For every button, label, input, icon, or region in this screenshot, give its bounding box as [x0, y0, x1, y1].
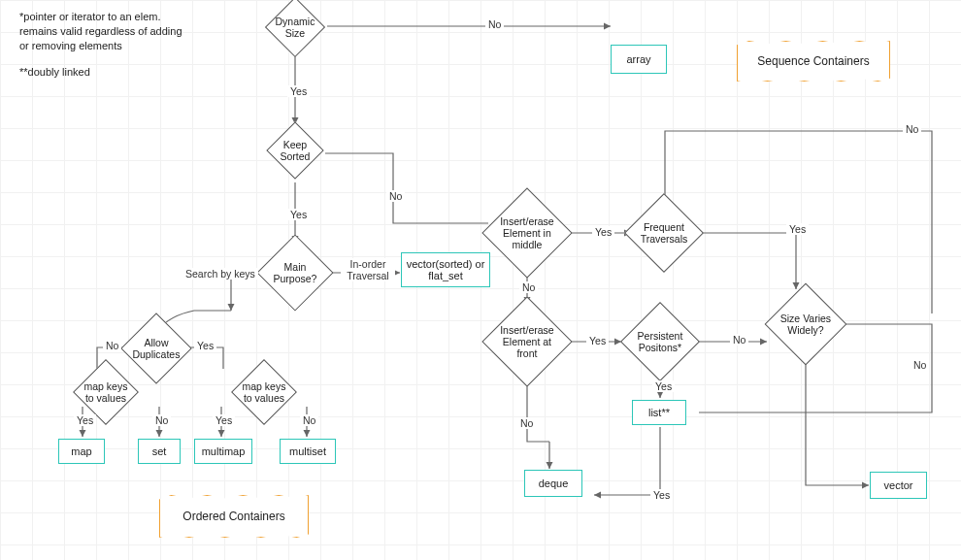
terminal-vector-sorted: vector(sorted) or flat_set [401, 252, 490, 287]
decision-label: Insert/erase Element in middle [496, 215, 558, 250]
footnote-doubly: **doubly linked [19, 65, 194, 80]
edge-label-yes: Yes [287, 209, 310, 220]
decision-map-kv-right: map keys to values [231, 359, 297, 425]
decision-dynamic-size: Dynamic Size [265, 0, 325, 57]
decision-persistent-positions: Persistent Positons* [620, 302, 700, 381]
edge-label-yes: Yes [652, 380, 675, 392]
terminal-vector: vector [870, 472, 927, 499]
banner-sequence: Sequence Containers [737, 41, 890, 82]
decision-label: Insert/erase Element at front [496, 324, 558, 359]
edge-label-no: No [300, 414, 318, 426]
edge-label-yes: Yes [592, 226, 614, 238]
terminal-map: map [58, 439, 105, 464]
decision-label: Dynamic Size [275, 16, 315, 39]
edge-label-inorder: In-order Traversal [341, 258, 395, 281]
edge-label-yes: Yes [213, 414, 235, 426]
footnotes: *pointer or iterator to an elem. remains… [19, 10, 194, 90]
edge-label-yes: Yes [650, 489, 673, 501]
decision-label: map keys to values [83, 380, 128, 404]
decision-main-purpose: Main Purpose? [256, 234, 333, 311]
decision-frequent-traversals: Frequent Traversals [624, 193, 704, 273]
terminal-label: multimap [202, 445, 246, 457]
terminal-label: set [152, 445, 167, 457]
decision-label: Allow Duplicates [132, 337, 181, 360]
footnote-pointer: *pointer or iterator to an elem. remains… [19, 10, 194, 53]
decision-label: map keys to values [242, 380, 286, 404]
banner-label: Sequence Containers [757, 54, 869, 68]
edge-label-no: No [103, 340, 121, 351]
edge-label-no: No [517, 417, 536, 429]
edge-label-yes: Yes [786, 223, 809, 235]
edge-label-no: No [903, 123, 921, 135]
edge-label-no: No [519, 281, 538, 293]
decision-label: Frequent Traversals [637, 221, 691, 245]
edge-label-yes: Yes [194, 340, 216, 351]
decision-label: Keep Sorted [276, 139, 315, 162]
terminal-set: set [138, 439, 181, 464]
edge-label-no: No [386, 190, 405, 202]
edge-label-yes: Yes [586, 335, 609, 346]
decision-allow-duplicates: Allow Duplicates [120, 313, 192, 384]
terminal-label: multiset [289, 445, 326, 457]
decision-keep-sorted: Keep Sorted [266, 121, 323, 179]
terminal-deque: deque [524, 470, 582, 497]
decision-insert-front: Insert/erase Element at front [481, 296, 572, 386]
decision-size-varies: Size Varies Widely? [765, 283, 847, 366]
terminal-multimap: multimap [194, 439, 252, 464]
terminal-array: array [611, 45, 667, 74]
edge-label-no: No [911, 359, 929, 371]
edge-label-search-keys: Search by keys [182, 268, 258, 280]
terminal-label: vector(sorted) or flat_set [402, 258, 489, 281]
terminal-label: array [626, 53, 650, 65]
edge-label-no: No [485, 18, 504, 30]
banner-label: Ordered Containers [182, 510, 284, 523]
edge-label-no: No [152, 414, 171, 426]
terminal-multiset: multiset [280, 439, 336, 464]
edge-label-no: No [730, 334, 748, 346]
decision-label: Size Varies Widely? [778, 313, 834, 336]
edge-label-yes: Yes [74, 414, 96, 426]
terminal-label: map [71, 445, 91, 457]
decision-label: Persistent Positons* [633, 330, 687, 353]
terminal-label: list** [648, 407, 670, 418]
decision-label: Main Purpose? [269, 261, 321, 284]
terminal-label: deque [539, 478, 569, 489]
decision-insert-middle: Insert/erase Element in middle [481, 187, 572, 278]
edge-label-yes: Yes [287, 85, 310, 97]
terminal-label: vector [884, 479, 913, 491]
banner-ordered: Ordered Containers [159, 495, 309, 538]
terminal-list: list** [632, 400, 686, 425]
